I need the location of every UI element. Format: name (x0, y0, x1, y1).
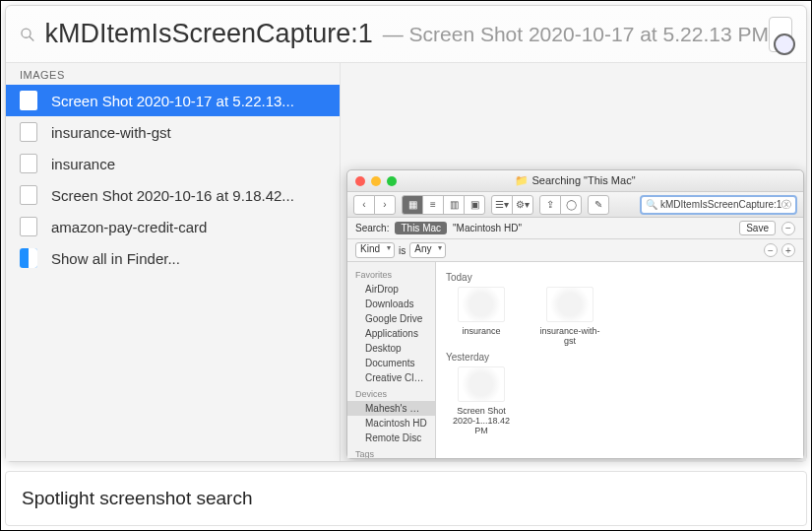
tags-button[interactable]: ◯ (560, 195, 582, 215)
spotlight-query[interactable]: kMDItemIsScreenCapture:1 (45, 19, 373, 49)
svg-line-1 (30, 35, 34, 40)
result-label: insurance (51, 156, 115, 172)
sidebar-item[interactable]: Applications (347, 326, 435, 341)
sidebar-item[interactable]: Creative Clou... (347, 370, 435, 385)
search-icon: 🔍 (646, 199, 657, 210)
image-file-icon (20, 154, 37, 173)
view-buttons[interactable]: ▦ ≡ ▥ ▣ (402, 195, 485, 215)
sidebar-item[interactable]: Mahesh's Ma... (347, 401, 435, 416)
file-item[interactable]: insurance (446, 287, 517, 346)
close-icon[interactable] (355, 176, 365, 186)
group-header: Yesterday (446, 352, 793, 363)
svg-point-0 (22, 29, 31, 37)
spotlight-body: IMAGES Screen Shot 2020-10-17 at 5.22.13… (6, 63, 806, 461)
window-controls[interactable] (355, 176, 397, 186)
zoom-icon[interactable] (387, 176, 397, 186)
icon-row: insuranceinsurance-with-gst (446, 287, 793, 346)
minimize-icon[interactable] (371, 176, 381, 186)
gallery-view-button[interactable]: ▣ (464, 195, 485, 215)
share-buttons[interactable]: ⇪ ◯ (539, 195, 582, 215)
finder-content[interactable]: Todayinsuranceinsurance-with-gstYesterda… (436, 262, 803, 458)
nav-buttons[interactable]: ‹ › (353, 195, 396, 215)
result-label: amazon-pay-credit-card (51, 219, 207, 235)
spotlight-result-item[interactable]: Screen Shot 2020-10-16 at 9.18.42... (6, 179, 340, 211)
remove-criteria-button[interactable]: − (764, 243, 778, 257)
show-all-in-finder[interactable]: Show all in Finder... (6, 242, 340, 274)
spotlight-result-item[interactable]: Screen Shot 2020-10-17 at 5.22.13... (6, 85, 340, 116)
sidebar-item[interactable]: Macintosh HD (347, 416, 435, 431)
finder-titlebar: 📁 Searching "This Mac" (347, 170, 803, 192)
sidebar-item[interactable]: AirDrop (347, 282, 435, 297)
result-label: Screen Shot 2020-10-17 at 5.22.13... (51, 93, 294, 109)
spotlight-result-item[interactable]: insurance-with-gst (6, 116, 340, 148)
sidebar-item[interactable]: Remote Disc (347, 431, 435, 445)
spotlight-results: IMAGES Screen Shot 2020-10-17 at 5.22.13… (6, 63, 341, 461)
clear-search-icon[interactable]: ⓧ (781, 198, 791, 212)
finder-body: Favorites AirDropDownloadsGoogle DriveAp… (347, 262, 803, 458)
column-view-button[interactable]: ▥ (443, 195, 465, 215)
edit-tags-button[interactable]: ✎ (588, 195, 609, 215)
sidebar-header-favorites: Favorites (347, 266, 435, 282)
file-label: insurance-with-gst (534, 326, 605, 346)
list-view-button[interactable]: ≡ (422, 195, 444, 215)
file-label: insurance (446, 326, 517, 336)
icon-row: Screen Shot 2020-1...18.42 PM (446, 366, 793, 435)
arrange-button[interactable]: ☰▾ (491, 195, 513, 215)
share-button[interactable]: ⇪ (539, 195, 561, 215)
forward-button[interactable]: › (374, 195, 396, 215)
spotlight-result-item[interactable]: amazon-pay-credit-card (6, 211, 340, 242)
sidebar-item[interactable]: Google Drive (347, 311, 435, 326)
file-item[interactable]: insurance-with-gst (534, 287, 605, 346)
add-criteria-button[interactable]: + (781, 243, 795, 257)
results-section-header: IMAGES (6, 63, 340, 85)
finder-toolbar: ‹ › ▦ ≡ ▥ ▣ ☰▾ ⚙▾ ⇪ ◯ (347, 192, 803, 218)
image-file-icon (20, 185, 37, 205)
back-button[interactable]: ‹ (353, 195, 375, 215)
spotlight-preview: 📁 Searching "This Mac" ‹ › ▦ ≡ ▥ ▣ (341, 63, 806, 461)
search-icon (20, 23, 35, 46)
file-thumbnail (546, 287, 593, 322)
file-thumbnail (458, 287, 505, 322)
spotlight-subtitle: — Screen Shot 2020-10-17 at 5.22.13 PM (383, 23, 769, 46)
criteria-operator: is (399, 245, 406, 256)
search-label: Search: (355, 223, 389, 233)
image-file-icon (20, 122, 37, 142)
result-label: Screen Shot 2020-10-16 at 9.18.42... (51, 187, 294, 204)
spotlight-result-item[interactable]: insurance (6, 148, 340, 179)
image-file-icon (20, 91, 37, 110)
result-label: Show all in Finder... (51, 250, 180, 267)
finder-search-field[interactable]: 🔍 kMDItemIsScreenCapture:1 ⓧ (640, 195, 797, 215)
sidebar-item[interactable]: Desktop (347, 341, 435, 356)
finder-window: 📁 Searching "This Mac" ‹ › ▦ ≡ ▥ ▣ (346, 169, 804, 459)
remove-rule-button[interactable]: − (781, 222, 795, 235)
scope-macintosh-hd[interactable]: "Macintosh HD" (453, 223, 522, 233)
finder-sidebar: Favorites AirDropDownloadsGoogle DriveAp… (347, 262, 436, 458)
spotlight-header: kMDItemIsScreenCapture:1 — Screen Shot 2… (6, 6, 806, 63)
preview-app-icon (769, 17, 792, 52)
file-thumbnail (458, 366, 505, 402)
result-label: insurance-with-gst (51, 124, 171, 141)
sidebar-header-tags: Tags (347, 445, 435, 458)
image-file-icon (20, 217, 37, 236)
save-search-button[interactable]: Save (739, 221, 776, 235)
arrange-buttons[interactable]: ☰▾ ⚙▾ (491, 195, 533, 215)
sidebar-item[interactable]: Downloads (347, 297, 435, 311)
finder-title: 📁 Searching "This Mac" (347, 174, 803, 187)
file-label: Screen Shot 2020-1...18.42 PM (446, 406, 517, 435)
caption-bar: Spotlight screenshot search (5, 471, 807, 526)
spotlight-window: kMDItemIsScreenCapture:1 — Screen Shot 2… (5, 5, 807, 462)
finder-icon (20, 248, 37, 268)
criteria-attribute[interactable]: Kind (355, 242, 395, 258)
sidebar-item[interactable]: Documents (347, 356, 435, 370)
finder-criteria-bar: Kind is Any − + (347, 239, 803, 262)
finder-scope-bar: Search: This Mac "Macintosh HD" Save − (347, 218, 803, 239)
sidebar-header-devices: Devices (347, 385, 435, 401)
caption-text: Spotlight screenshot search (22, 488, 252, 509)
criteria-value[interactable]: Any (409, 242, 446, 258)
action-button[interactable]: ⚙▾ (512, 195, 533, 215)
icon-view-button[interactable]: ▦ (402, 195, 423, 215)
scope-this-mac[interactable]: This Mac (395, 222, 447, 234)
file-item[interactable]: Screen Shot 2020-1...18.42 PM (446, 366, 517, 435)
group-header: Today (446, 272, 793, 283)
